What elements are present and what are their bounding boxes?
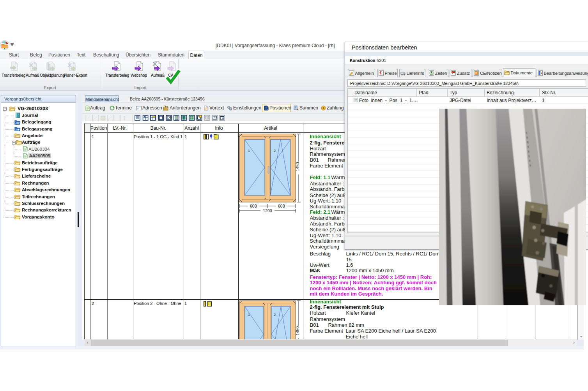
svg-text:1450: 1450 bbox=[295, 162, 300, 171]
svg-text:2: 2 bbox=[274, 313, 276, 317]
svg-text:€: € bbox=[379, 71, 382, 75]
svg-text:600: 600 bbox=[250, 204, 257, 208]
svg-text:600: 600 bbox=[278, 204, 285, 208]
svg-text:1: 1 bbox=[248, 149, 250, 153]
svg-text:1450: 1450 bbox=[295, 326, 300, 336]
svg-text:2: 2 bbox=[274, 149, 276, 153]
svg-text:1200: 1200 bbox=[263, 208, 272, 213]
svg-text:1: 1 bbox=[248, 313, 250, 317]
